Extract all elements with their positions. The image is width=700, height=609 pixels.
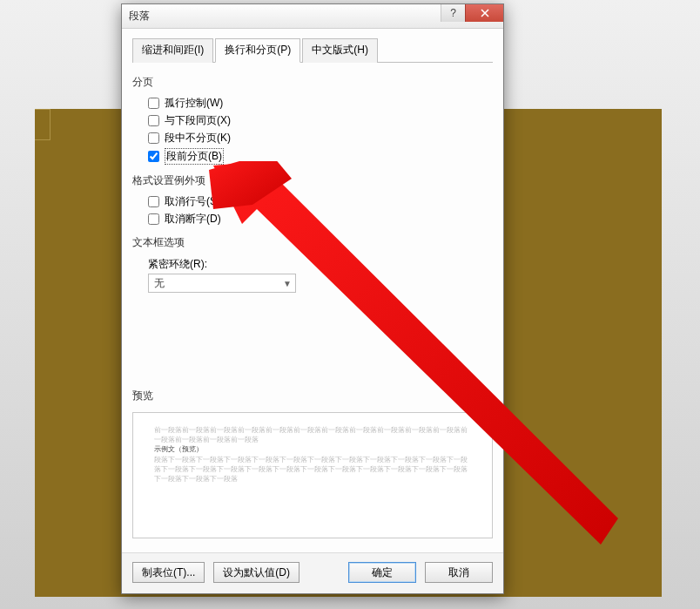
- paragraph-dialog: 段落 ? 缩进和间距(I) 换行和分页(P) 中文版式(H) 分页 孤行控制(W…: [121, 3, 504, 594]
- checkbox-label: 取消行号(S): [165, 194, 220, 209]
- checkbox-input[interactable]: [148, 98, 159, 109]
- checkbox-widow-control[interactable]: 孤行控制(W): [148, 96, 493, 111]
- checkbox-keep-with-next[interactable]: 与下段同页(X): [148, 113, 493, 128]
- checkbox-input[interactable]: [148, 132, 159, 144]
- checkbox-input[interactable]: [148, 213, 159, 225]
- ok-button[interactable]: 确定: [348, 562, 416, 583]
- checkbox-input[interactable]: [148, 151, 159, 162]
- section-preview-label: 预览: [132, 389, 153, 403]
- help-button[interactable]: ?: [441, 4, 465, 22]
- checkbox-no-hyphenation[interactable]: 取消断字(D): [148, 212, 493, 227]
- checkbox-label: 段中不分页(K): [165, 131, 231, 145]
- checkbox-label: 孤行控制(W): [165, 96, 223, 111]
- checkbox-input[interactable]: [148, 196, 159, 207]
- section-format-exceptions-label: 格式设置例外项: [132, 173, 205, 188]
- set-default-button[interactable]: 设为默认值(D): [213, 562, 300, 583]
- cancel-button[interactable]: 取消: [425, 562, 493, 583]
- checkbox-label: 与下段同页(X): [165, 113, 231, 128]
- checkbox-keep-lines-together[interactable]: 段中不分页(K): [148, 131, 493, 145]
- preview-gray-text: 前一段落前一段落前一段落前一段落前一段落前一段落前一段落前一段落前一段落前一段落…: [154, 425, 471, 444]
- tight-wrap-select[interactable]: 无 ▼: [148, 274, 296, 293]
- crop-mark: [35, 109, 50, 125]
- tab-indent-spacing[interactable]: 缩进和间距(I): [132, 38, 213, 63]
- close-icon: [481, 9, 489, 17]
- preview-box: 前一段落前一段落前一段落前一段落前一段落前一段落前一段落前一段落前一段落前一段落…: [132, 412, 493, 538]
- tab-strip: 缩进和间距(I) 换行和分页(P) 中文版式(H): [132, 37, 493, 63]
- section-paging-label: 分页: [132, 75, 153, 90]
- section-textbox-options-label: 文本框选项: [132, 235, 185, 250]
- titlebar[interactable]: 段落 ?: [122, 4, 503, 29]
- tabs-button[interactable]: 制表位(T)...: [132, 562, 205, 583]
- checkbox-page-break-before[interactable]: 段前分页(B): [148, 148, 493, 165]
- close-button[interactable]: [465, 4, 503, 22]
- checkbox-label: 段前分页(B): [165, 148, 224, 165]
- tight-wrap-label: 紧密环绕(R):: [148, 257, 493, 272]
- preview-gray-text: 段落下一段落下一段落下一段落下一段落下一段落下一段落下一段落下一段落下一段落下一…: [154, 455, 471, 484]
- dialog-title: 段落: [129, 9, 150, 24]
- checkbox-suppress-line-numbers[interactable]: 取消行号(S): [148, 194, 493, 209]
- tab-asian-typography[interactable]: 中文版式(H): [302, 38, 378, 63]
- chevron-down-icon: ▼: [283, 279, 292, 288]
- select-value: 无: [154, 276, 165, 291]
- checkbox-label: 取消断字(D): [165, 212, 221, 227]
- preview-sample-text: 示例文（预览）: [154, 444, 471, 454]
- crop-mark: [35, 125, 50, 140]
- dialog-button-row: 制表位(T)... 设为默认值(D) 确定 取消: [122, 552, 503, 593]
- tab-line-page-breaks[interactable]: 换行和分页(P): [215, 38, 300, 63]
- checkbox-input[interactable]: [148, 115, 159, 126]
